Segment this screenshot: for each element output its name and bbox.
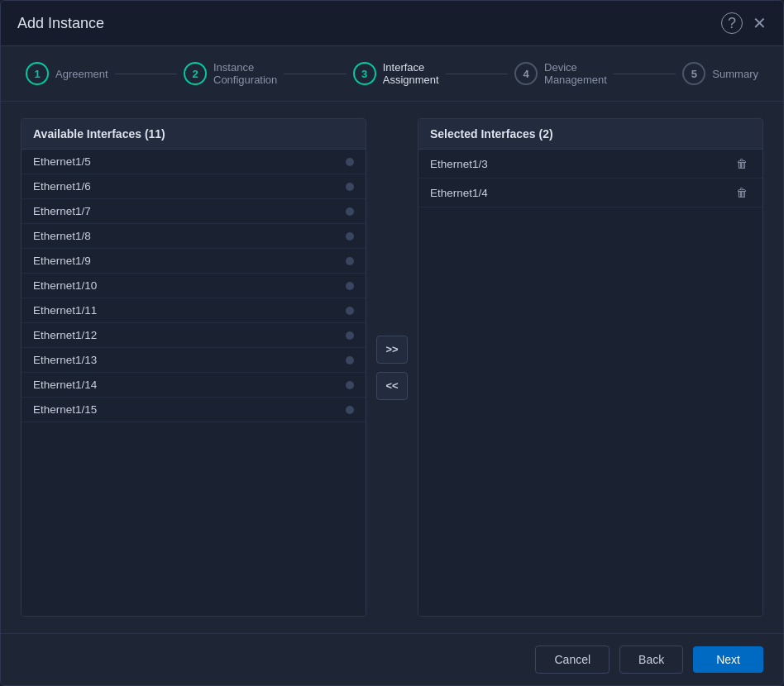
add-instance-modal: Add Instance ? ✕ 1 Agreement 2 InstanceC… bbox=[0, 0, 784, 686]
item-indicator bbox=[346, 406, 354, 414]
available-interfaces-panel: Available Interfaces (11) Ethernet1/5Eth… bbox=[21, 118, 366, 617]
selected-interfaces-panel: Selected Interfaces (2) Ethernet1/3🗑Ethe… bbox=[418, 118, 763, 617]
interface-name: Ethernet1/7 bbox=[33, 205, 91, 217]
cancel-button[interactable]: Cancel bbox=[535, 646, 610, 674]
step-1-circle: 1 bbox=[26, 62, 49, 85]
step-4-label: DeviceManagement bbox=[544, 61, 607, 86]
list-item[interactable]: Ethernet1/15 bbox=[22, 398, 366, 422]
selected-panel-header: Selected Interfaces (2) bbox=[418, 119, 762, 150]
list-item[interactable]: Ethernet1/8 bbox=[22, 224, 366, 249]
step-2: 2 InstanceConfiguration bbox=[184, 61, 277, 86]
step-3-circle: 3 bbox=[353, 62, 376, 85]
interface-name: Ethernet1/12 bbox=[33, 329, 97, 341]
modal-header: Add Instance ? ✕ bbox=[1, 1, 783, 46]
item-indicator bbox=[346, 232, 354, 241]
interface-name: Ethernet1/13 bbox=[33, 354, 97, 366]
add-all-button[interactable]: >> bbox=[376, 336, 408, 364]
step-4: 4 DeviceManagement bbox=[514, 61, 607, 86]
interface-name: Ethernet1/14 bbox=[33, 379, 97, 391]
list-item[interactable]: Ethernet1/12 bbox=[22, 323, 366, 348]
available-interfaces-list[interactable]: Ethernet1/5Ethernet1/6Ethernet1/7Etherne… bbox=[22, 150, 366, 616]
interface-name: Ethernet1/11 bbox=[33, 304, 97, 317]
panels-container: Available Interfaces (11) Ethernet1/5Eth… bbox=[21, 118, 763, 617]
modal-title: Add Instance bbox=[17, 15, 104, 32]
item-indicator bbox=[346, 257, 354, 265]
connector-4-5 bbox=[614, 74, 676, 74]
header-actions: ? ✕ bbox=[721, 12, 767, 34]
connector-1-2 bbox=[115, 74, 177, 74]
list-item[interactable]: Ethernet1/3🗑 bbox=[418, 150, 762, 179]
list-item[interactable]: Ethernet1/13 bbox=[22, 348, 366, 373]
interface-name: Ethernet1/10 bbox=[33, 279, 97, 292]
step-1-label: Agreement bbox=[55, 68, 108, 80]
available-panel-header: Available Interfaces (11) bbox=[22, 119, 366, 150]
item-indicator bbox=[346, 381, 354, 389]
selected-interfaces-list[interactable]: Ethernet1/3🗑Ethernet1/4🗑 bbox=[418, 150, 762, 616]
interface-name: Ethernet1/9 bbox=[33, 255, 91, 267]
item-indicator bbox=[346, 158, 354, 166]
item-indicator bbox=[346, 331, 354, 340]
list-item[interactable]: Ethernet1/7 bbox=[22, 199, 366, 224]
list-item[interactable]: Ethernet1/14 bbox=[22, 373, 366, 398]
step-5: 5 Summary bbox=[682, 62, 758, 85]
item-indicator bbox=[346, 307, 354, 315]
transfer-buttons: >> << bbox=[366, 118, 418, 617]
interface-name: Ethernet1/6 bbox=[33, 180, 91, 193]
modal-footer: Cancel Back Next bbox=[1, 633, 783, 685]
list-item[interactable]: Ethernet1/10 bbox=[22, 274, 366, 298]
step-5-circle: 5 bbox=[682, 62, 705, 85]
step-2-circle: 2 bbox=[184, 62, 207, 85]
connector-3-4 bbox=[446, 74, 508, 74]
help-button[interactable]: ? bbox=[721, 12, 743, 34]
modal-content: Available Interfaces (11) Ethernet1/5Eth… bbox=[1, 102, 783, 633]
interface-name: Ethernet1/3 bbox=[430, 158, 488, 170]
delete-button[interactable]: 🗑 bbox=[733, 184, 751, 201]
item-indicator bbox=[346, 356, 354, 364]
step-3: 3 InterfaceAssignment bbox=[353, 61, 439, 86]
step-3-label: InterfaceAssignment bbox=[383, 61, 439, 86]
list-item[interactable]: Ethernet1/6 bbox=[22, 174, 366, 199]
next-button[interactable]: Next bbox=[693, 646, 763, 673]
interface-name: Ethernet1/4 bbox=[430, 187, 488, 199]
connector-2-3 bbox=[284, 74, 346, 74]
delete-button[interactable]: 🗑 bbox=[733, 155, 751, 172]
item-indicator bbox=[346, 183, 354, 191]
interface-name: Ethernet1/15 bbox=[33, 403, 97, 416]
list-item[interactable]: Ethernet1/5 bbox=[22, 150, 366, 174]
list-item[interactable]: Ethernet1/11 bbox=[22, 298, 366, 323]
step-4-circle: 4 bbox=[514, 62, 538, 85]
step-5-label: Summary bbox=[712, 68, 758, 80]
item-indicator bbox=[346, 282, 354, 290]
interface-name: Ethernet1/8 bbox=[33, 230, 91, 242]
back-button[interactable]: Back bbox=[619, 646, 683, 674]
step-1: 1 Agreement bbox=[26, 62, 108, 85]
close-button[interactable]: ✕ bbox=[753, 15, 767, 31]
step-2-label: InstanceConfiguration bbox=[213, 61, 277, 86]
interface-name: Ethernet1/5 bbox=[33, 155, 91, 168]
list-item[interactable]: Ethernet1/4🗑 bbox=[418, 179, 762, 207]
stepper: 1 Agreement 2 InstanceConfiguration 3 In… bbox=[1, 46, 783, 102]
item-indicator bbox=[346, 207, 354, 216]
remove-all-button[interactable]: << bbox=[376, 372, 408, 400]
list-item[interactable]: Ethernet1/9 bbox=[22, 249, 366, 274]
